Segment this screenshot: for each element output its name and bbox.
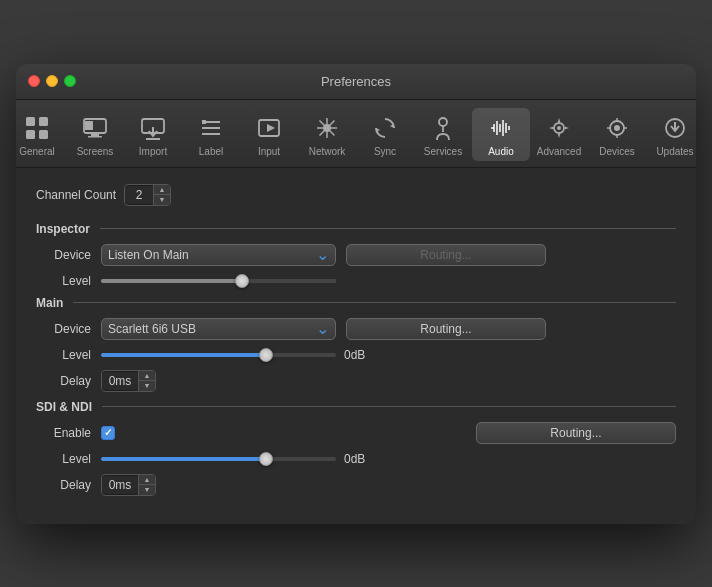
tab-audio[interactable]: Audio [472, 108, 530, 161]
main-level-slider[interactable] [101, 348, 336, 362]
sdi-routing-button[interactable]: Routing... [476, 422, 676, 444]
main-device-row: Device Scarlett 6i6 USB ⌄ Routing... [36, 318, 676, 340]
main-delay-up[interactable]: ▲ [139, 371, 155, 381]
sdi-section-line [102, 406, 676, 407]
tab-input[interactable]: Input [240, 108, 298, 161]
inspector-device-value: Listen On Main [108, 248, 189, 262]
inspector-routing-button: Routing... [346, 244, 546, 266]
services-icon [427, 112, 459, 144]
sdi-delay-value: 0ms [102, 476, 138, 494]
main-routing-button[interactable]: Routing... [346, 318, 546, 340]
tab-services[interactable]: Services [414, 108, 472, 161]
svg-rect-1 [39, 117, 48, 126]
sdi-thumb[interactable] [259, 452, 273, 466]
window-title: Preferences [321, 74, 391, 89]
tab-updates-label: Updates [656, 146, 693, 157]
sdi-delay-stepper-buttons: ▲ ▼ [138, 475, 155, 495]
stepper-up[interactable]: ▲ [154, 185, 170, 195]
updates-icon [659, 112, 691, 144]
channel-count-stepper[interactable]: 2 ▲ ▼ [124, 184, 171, 206]
tab-sync[interactable]: Sync [356, 108, 414, 161]
minimize-button[interactable] [46, 75, 58, 87]
content-area: Channel Count 2 ▲ ▼ Inspector Device Lis… [16, 168, 696, 524]
svg-marker-15 [267, 124, 275, 132]
sdi-level-row: Level 0dB [36, 452, 676, 466]
tab-advanced[interactable]: Advanced [530, 108, 588, 161]
main-device-dropdown[interactable]: Scarlett 6i6 USB ⌄ [101, 318, 336, 340]
main-delay-stepper[interactable]: 0ms ▲ ▼ [101, 370, 156, 392]
sdi-delay-row: Delay 0ms ▲ ▼ [36, 474, 676, 496]
sdi-delay-stepper[interactable]: 0ms ▲ ▼ [101, 474, 156, 496]
main-section-header: Main [36, 296, 676, 310]
main-device-label: Device [36, 322, 91, 336]
close-button[interactable] [28, 75, 40, 87]
sdi-delay-up[interactable]: ▲ [139, 475, 155, 485]
advanced-icon [543, 112, 575, 144]
channel-count-row: Channel Count 2 ▲ ▼ [36, 184, 676, 206]
inspector-fill [101, 279, 242, 283]
stepper-buttons: ▲ ▼ [153, 185, 170, 205]
general-icon [21, 112, 53, 144]
stepper-down[interactable]: ▼ [154, 195, 170, 205]
tab-devices[interactable]: Devices [588, 108, 646, 161]
toolbar: General Screens [16, 100, 696, 168]
screens-icon [79, 112, 111, 144]
tab-updates[interactable]: Updates [646, 108, 696, 161]
tab-import[interactable]: Import [124, 108, 182, 161]
svg-point-27 [439, 118, 447, 126]
main-level-row: Level 0dB [36, 348, 676, 362]
sdi-level-slider[interactable] [101, 452, 336, 466]
sdi-enable-checkbox[interactable] [101, 426, 115, 440]
main-remaining [266, 353, 337, 357]
network-icon [311, 112, 343, 144]
tab-advanced-label: Advanced [537, 146, 581, 157]
main-device-arrow: ⌄ [316, 321, 329, 337]
svg-rect-0 [26, 117, 35, 126]
tab-devices-label: Devices [599, 146, 635, 157]
svg-line-24 [320, 130, 325, 135]
svg-rect-7 [85, 121, 93, 130]
main-delay-label: Delay [36, 374, 91, 388]
preferences-window: Preferences General [16, 64, 696, 524]
inspector-level-slider[interactable] [101, 274, 336, 288]
devices-icon [601, 112, 633, 144]
svg-line-23 [330, 120, 335, 125]
inspector-device-row: Device Listen On Main ⌄ Routing... [36, 244, 676, 266]
inspector-section-title: Inspector [36, 222, 100, 236]
tab-network-label: Network [309, 146, 346, 157]
svg-rect-2 [26, 130, 35, 139]
inspector-section-header: Inspector [36, 222, 676, 236]
inspector-device-label: Device [36, 248, 91, 262]
sdi-section-header: SDI & NDI [36, 400, 676, 414]
inspector-thumb[interactable] [235, 274, 249, 288]
input-icon [253, 112, 285, 144]
tab-general[interactable]: General [16, 108, 66, 161]
sdi-delay-label: Delay [36, 478, 91, 492]
main-routing-label: Routing... [420, 322, 471, 336]
svg-rect-5 [91, 133, 99, 136]
tab-label[interactable]: Label [182, 108, 240, 161]
tab-general-label: General [19, 146, 55, 157]
main-device-value: Scarlett 6i6 USB [108, 322, 196, 336]
tab-import-label: Import [139, 146, 167, 157]
sdi-section-title: SDI & NDI [36, 400, 102, 414]
zoom-button[interactable] [64, 75, 76, 87]
sdi-delay-down[interactable]: ▼ [139, 485, 155, 495]
svg-point-37 [557, 126, 561, 130]
tab-screens[interactable]: Screens [66, 108, 124, 161]
sdi-fill [101, 457, 266, 461]
import-icon [137, 112, 169, 144]
main-level-value: 0dB [344, 348, 379, 362]
svg-rect-6 [88, 136, 102, 138]
main-delay-stepper-buttons: ▲ ▼ [138, 371, 155, 391]
sdi-level-label: Level [36, 452, 91, 466]
main-section-line [73, 302, 676, 303]
svg-line-22 [330, 130, 335, 135]
inspector-remaining [242, 279, 336, 283]
main-thumb[interactable] [259, 348, 273, 362]
svg-point-39 [614, 125, 620, 131]
inspector-section-line [100, 228, 676, 229]
tab-network[interactable]: Network [298, 108, 356, 161]
main-delay-down[interactable]: ▼ [139, 381, 155, 391]
inspector-device-dropdown[interactable]: Listen On Main ⌄ [101, 244, 336, 266]
